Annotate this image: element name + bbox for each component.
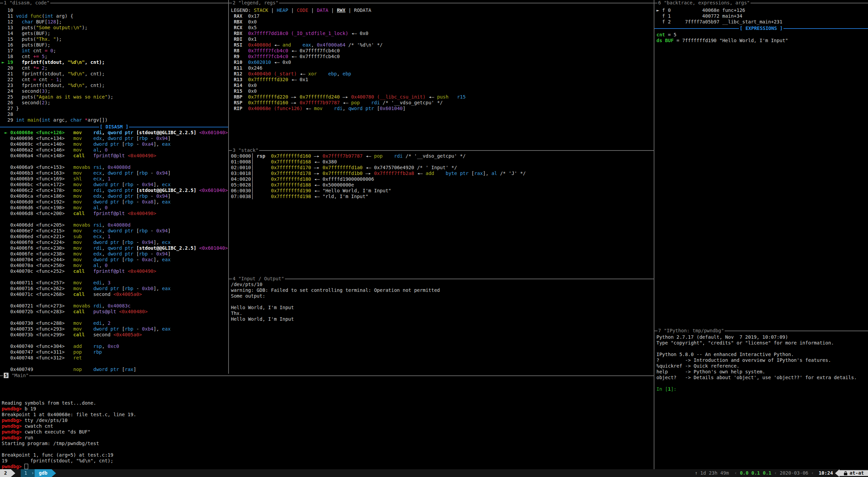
powerline-triangle-icon xyxy=(52,469,56,477)
separator-chevron-icon: ‹ xyxy=(772,470,780,476)
pane-title-stack: 3 "stack" xyxy=(229,147,654,153)
expressions-pane[interactable]: cnt = 5ds BUF = 7fffffffd190 "Hello Worl… xyxy=(656,32,788,43)
pane-title-backtrace: 6 "backtrace, expressions, args" xyxy=(654,0,868,6)
expressions-section-separator: [ EXPRESSIONS ] xyxy=(654,25,868,31)
pane-border-vertical-left[interactable] xyxy=(228,0,229,374)
chevron-right-icon: › xyxy=(31,469,35,477)
disasm-section-separator: [ DISASM ] xyxy=(0,124,228,130)
tmux-screen: 1 "disasm, code" 2 "legend, regs" 6 "bac… xyxy=(0,0,868,477)
pane-title-io: 4 "Input / Output" xyxy=(229,276,654,282)
disassembly-pane[interactable]: ► 0x40068e <func+126> mov rdi, qword ptr… xyxy=(2,130,228,372)
uptime-text: 1d 23h 49m xyxy=(698,470,731,476)
uptime-arrow-icon: ↑ xyxy=(695,470,698,476)
source-code-pane[interactable]: 10 11 void func(int arg) { 12 char BUF[1… xyxy=(2,7,113,123)
backtrace-pane[interactable]: ► f 0 40068e func+126 f 1 400772 main+34… xyxy=(656,7,782,25)
powerline-triangle-icon xyxy=(11,469,15,477)
pane-border-vertical-right[interactable] xyxy=(654,0,654,469)
ipython-pane[interactable]: Python 2.7.17 (default, Nov 7 2019, 10:0… xyxy=(656,334,857,392)
window-tab-gdb[interactable]: gdb xyxy=(35,469,51,477)
window-index[interactable]: 1 xyxy=(21,469,30,477)
tmux-status-bar: 2 1 › gdb ↑ 1d 23h 49m ‹ 0.0 0.1 0.1 ‹ 2… xyxy=(0,469,868,477)
pane-title-ipython: 7 "IPython: tmp/pwndbg" xyxy=(654,328,868,334)
io-pane[interactable]: /dev/pts/10warning: GDB: Failed to set c… xyxy=(231,282,440,322)
hostname-badge: at-at xyxy=(839,470,868,476)
load-average: 0.0 0.1 0.1 xyxy=(740,470,772,476)
separator-chevron-icon: ‹ xyxy=(808,470,816,476)
registers-pane[interactable]: LEGEND: STACK | HEAP | CODE | DATA | RWX… xyxy=(231,7,466,111)
powerline-triangle-icon xyxy=(835,469,839,477)
clock-text: 10:24 xyxy=(817,470,835,476)
separator-chevron-icon: ‹ xyxy=(731,470,740,476)
stack-pane[interactable]: 00:0000│ rsp 0x7fffffffd160 —▸ 0x7ffff7b… xyxy=(231,153,526,199)
pane-title-legend-regs: 2 "legend, regs" xyxy=(229,0,654,6)
date-text: 2020-03-06 xyxy=(780,470,808,476)
session-badge[interactable]: 2 xyxy=(0,469,11,477)
gdb-console-pane[interactable]: Reading symbols from test...done.pwndbg>… xyxy=(2,377,136,470)
lock-icon xyxy=(844,471,848,476)
pane-title-disasm-code: 1 "disasm, code" xyxy=(0,0,228,6)
